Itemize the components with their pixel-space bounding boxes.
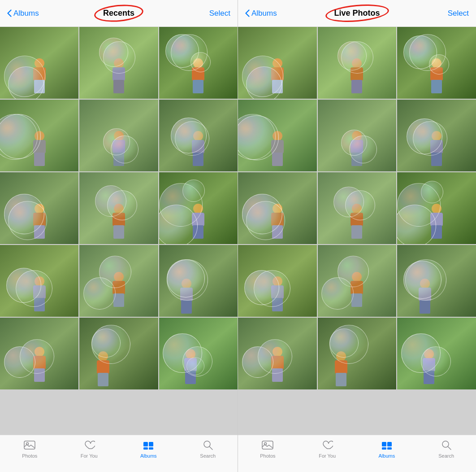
- photos-icon: [23, 439, 36, 451]
- photo-cell[interactable]: [318, 245, 397, 317]
- left-tab-search[interactable]: Search: [192, 439, 224, 459]
- right-title-wrapper: Live Photos: [329, 7, 385, 20]
- right-tab-search-label: Search: [438, 453, 454, 459]
- photo-cell[interactable]: [79, 245, 158, 317]
- right-tab-for-you[interactable]: For You: [312, 439, 343, 459]
- left-tab-photos-label: Photos: [22, 453, 37, 459]
- photo-cell[interactable]: [318, 100, 397, 171]
- right-title-circle: Live Photos: [329, 7, 385, 20]
- albums-icon: [381, 439, 393, 451]
- search-icon: [440, 439, 453, 451]
- photo-cell[interactable]: [159, 100, 238, 171]
- right-nav-title: Live Photos: [334, 9, 380, 17]
- for-you-icon: [321, 439, 333, 451]
- photo-cell[interactable]: [397, 27, 476, 99]
- photos-icon: [261, 439, 274, 451]
- photo-cell[interactable]: [397, 245, 476, 317]
- photo-cell[interactable]: [159, 245, 238, 317]
- albums-icon: [142, 439, 155, 451]
- left-nav-bar: Albums Recents Select: [0, 0, 238, 27]
- photo-cell[interactable]: [79, 172, 158, 244]
- svg-rect-0: [24, 441, 35, 449]
- left-back-label: Albums: [13, 9, 39, 18]
- left-tab-albums-label: Albums: [140, 453, 157, 459]
- svg-rect-4: [143, 447, 148, 450]
- svg-line-7: [209, 447, 212, 450]
- right-nav-bar: Albums Live Photos Select: [238, 0, 476, 27]
- svg-rect-11: [387, 442, 392, 446]
- right-tab-albums[interactable]: Albums: [371, 439, 402, 459]
- left-title-circle: Recents: [98, 7, 140, 20]
- photo-cell[interactable]: [238, 27, 317, 99]
- photo-cell[interactable]: [397, 172, 476, 244]
- right-back-button[interactable]: Albums: [245, 9, 277, 18]
- right-tab-albums-label: Albums: [379, 453, 395, 459]
- right-tab-photos-label: Photos: [260, 453, 275, 459]
- right-tab-bar: Photos For You Albums: [238, 435, 476, 472]
- right-select-button[interactable]: Select: [448, 9, 469, 18]
- left-tab-albums[interactable]: Albums: [133, 439, 164, 459]
- right-tab-photos[interactable]: Photos: [252, 439, 283, 459]
- left-nav-title: Recents: [103, 9, 134, 17]
- photo-cell[interactable]: [238, 245, 317, 317]
- photo-cell[interactable]: [0, 318, 78, 389]
- photo-cell[interactable]: [159, 172, 238, 244]
- svg-rect-3: [149, 442, 153, 446]
- left-tab-search-label: Search: [200, 453, 216, 459]
- photo-cell[interactable]: [79, 318, 158, 389]
- photo-cell[interactable]: [397, 100, 476, 171]
- svg-rect-5: [149, 447, 153, 450]
- photo-cell[interactable]: [0, 172, 78, 244]
- right-tab-search[interactable]: Search: [431, 439, 462, 459]
- left-title-wrapper: Recents: [98, 7, 140, 20]
- svg-line-15: [448, 447, 451, 450]
- svg-rect-12: [382, 447, 386, 450]
- photo-cell[interactable]: [238, 172, 317, 244]
- left-tab-bar: Photos For You Albums: [0, 435, 238, 472]
- svg-rect-13: [387, 447, 392, 450]
- photo-cell[interactable]: [0, 245, 78, 317]
- left-select-button[interactable]: Select: [209, 9, 230, 18]
- photo-cell[interactable]: [79, 100, 158, 171]
- right-photo-grid: [238, 27, 476, 435]
- photo-cell[interactable]: [79, 27, 158, 99]
- svg-point-14: [442, 441, 449, 447]
- svg-rect-2: [143, 442, 148, 446]
- photo-cell[interactable]: [0, 100, 78, 171]
- photo-cell[interactable]: [159, 318, 238, 389]
- left-back-button[interactable]: Albums: [7, 9, 39, 18]
- photo-cell[interactable]: [238, 100, 317, 171]
- left-tab-photos[interactable]: Photos: [14, 439, 45, 459]
- svg-point-6: [204, 441, 210, 447]
- for-you-icon: [83, 439, 95, 451]
- svg-rect-10: [382, 442, 386, 446]
- photo-cell[interactable]: [397, 318, 476, 389]
- photo-cell[interactable]: [238, 318, 317, 389]
- left-tab-for-you-label: For You: [81, 453, 98, 459]
- svg-rect-8: [262, 441, 273, 449]
- right-tab-for-you-label: For You: [319, 453, 336, 459]
- left-panel: Albums Recents Select: [0, 0, 238, 472]
- right-panel: Albums Live Photos Select: [238, 0, 476, 472]
- photo-cell[interactable]: [318, 318, 397, 389]
- photo-cell[interactable]: [318, 172, 397, 244]
- photo-cell[interactable]: [0, 27, 78, 99]
- photo-cell[interactable]: [318, 27, 397, 99]
- left-photo-grid: [0, 27, 238, 435]
- right-back-label: Albums: [251, 9, 277, 18]
- search-icon: [202, 439, 214, 451]
- left-tab-for-you[interactable]: For You: [74, 439, 105, 459]
- photo-cell[interactable]: [159, 27, 238, 99]
